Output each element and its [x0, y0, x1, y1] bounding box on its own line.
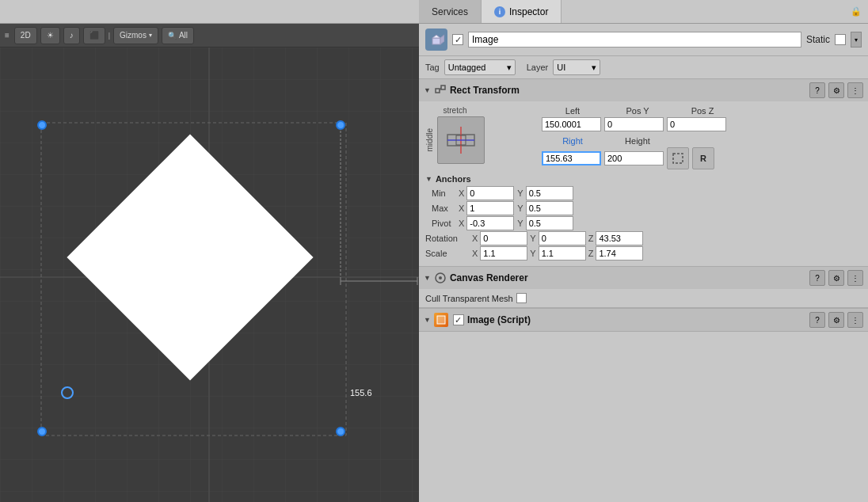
handle-top-right[interactable]	[336, 120, 345, 130]
image-script-settings-btn[interactable]: ⚙	[828, 312, 844, 328]
scale-z-input[interactable]	[596, 246, 643, 261]
tab-bar: Services i Inspector 🔒	[0, 0, 868, 24]
anchors-title: Anchors	[436, 174, 471, 184]
height-input[interactable]	[604, 151, 664, 165]
max-x-group: X	[459, 201, 514, 215]
tab-services[interactable]: Services	[419, 0, 482, 23]
cull-checkbox[interactable]	[516, 293, 527, 303]
all-label: All	[179, 31, 188, 40]
pivot-x-input[interactable]	[466, 216, 514, 230]
lock-icon-area[interactable]: 🔒	[844, 0, 868, 23]
cube-icon	[428, 32, 444, 48]
rect-icon-btn[interactable]	[667, 147, 689, 169]
inspector-tab-label: Inspector	[509, 6, 548, 17]
value-label: 155.6	[350, 388, 372, 397]
rect-transform-more-btn[interactable]: ⋮	[847, 82, 863, 98]
scale-x-axis: X	[472, 249, 478, 258]
scale-z-axis: Z	[588, 249, 594, 258]
static-dropdown-button[interactable]: ▾	[851, 32, 862, 48]
svg-marker-11	[440, 35, 444, 44]
rect-transform-collapse-arrow: ▼	[424, 86, 431, 94]
max-y-label: Y	[517, 203, 523, 213]
scene-toolbar: ≡ 2D ☀ ♪ ⬛ | Gizmos ▾ 🔍 All	[0, 24, 419, 48]
handle-bottom-right[interactable]	[336, 427, 345, 436]
image-script-help-btn[interactable]: ?	[809, 312, 825, 328]
anchor-widget-col: stretch middle	[425, 106, 485, 164]
image-script-title: Image (Script)	[467, 314, 806, 325]
rect-icon-svg	[672, 152, 684, 165]
canvas-renderer-more-btn[interactable]: ⋮	[847, 270, 863, 286]
rot-y-input[interactable]	[539, 231, 586, 245]
min-y-input[interactable]	[526, 186, 573, 200]
image-button[interactable]: ⬛	[83, 27, 105, 44]
scene-canvas: 155.6	[0, 48, 419, 502]
toolbar-menu-icon[interactable]: ≡	[5, 31, 10, 40]
audio-button[interactable]: ♪	[63, 27, 80, 44]
scene-tab-area	[0, 0, 419, 23]
svg-rect-9	[432, 38, 440, 44]
rect-transform-settings-btn[interactable]: ⚙	[828, 82, 844, 98]
svg-rect-3	[41, 123, 346, 435]
handle-bottom-left[interactable]	[37, 427, 47, 436]
canvas-renderer-collapse-arrow: ▼	[424, 274, 431, 282]
fields-values-row1	[491, 117, 862, 131]
anchors-header[interactable]: ▼ Anchors	[425, 173, 862, 185]
canvas-renderer-header[interactable]: ▼ Canvas Renderer ? ⚙ ⋮	[419, 267, 868, 289]
min-label: Min	[432, 188, 455, 198]
object-enabled-checkbox[interactable]: ✓	[452, 34, 463, 45]
tag-select[interactable]: Untagged ▾	[444, 59, 516, 75]
pivot-y-input[interactable]	[526, 216, 573, 230]
layer-select[interactable]: UI ▾	[553, 59, 600, 75]
tag-label: Tag	[425, 63, 440, 72]
pos-y-input[interactable]	[604, 117, 664, 131]
scale-label: Scale	[425, 249, 469, 258]
rot-x-input[interactable]	[480, 231, 527, 245]
anchors-collapse-arrow: ▼	[425, 175, 432, 183]
layer-label: Layer	[527, 63, 549, 72]
all-button[interactable]: 🔍 All	[162, 27, 194, 44]
fields-col: Left Pos Y Pos Z	[491, 106, 862, 169]
sun-button[interactable]: ☀	[40, 27, 60, 44]
image-script-enabled[interactable]: ✓	[453, 314, 464, 325]
scale-x-input[interactable]	[480, 246, 527, 261]
image-script-more-btn[interactable]: ⋮	[847, 312, 863, 328]
svg-rect-22	[437, 316, 445, 324]
min-x-input[interactable]	[466, 186, 514, 200]
audio-icon: ♪	[70, 31, 74, 40]
svg-rect-12	[436, 89, 440, 93]
rect-transform-body: stretch middle	[419, 101, 868, 266]
handle-side-circle[interactable]	[61, 386, 74, 399]
scene-view: ≡ 2D ☀ ♪ ⬛ | Gizmos ▾ 🔍 All	[0, 24, 419, 502]
image-script-header[interactable]: ▼ ✓ Image (Script) ? ⚙ ⋮	[419, 308, 868, 331]
static-checkbox[interactable]	[835, 34, 846, 45]
image-script-collapse-arrow: ▼	[424, 316, 431, 324]
rect-transform-help-btn[interactable]: ?	[809, 82, 825, 98]
anchor-widget-row: stretch middle	[425, 106, 862, 169]
rot-z-input[interactable]	[596, 231, 643, 245]
separator-icon: |	[108, 32, 110, 40]
anchors-min-row: Min X Y	[432, 186, 862, 200]
scale-y-input[interactable]	[539, 246, 586, 261]
svg-rect-13	[441, 86, 445, 89]
handle-top-left[interactable]	[37, 120, 47, 130]
min-x-label: X	[459, 188, 464, 198]
right-input[interactable]	[542, 151, 601, 165]
fields-values-row2: R	[491, 147, 862, 169]
rect-transform-header[interactable]: ▼ Rect Transform ? ⚙ ⋮	[419, 79, 868, 101]
pos-y-col-label: Pos Y	[607, 106, 668, 116]
left-input[interactable]	[542, 117, 601, 131]
height-col-label: Height	[607, 136, 668, 146]
max-x-input[interactable]	[466, 201, 514, 215]
canvas-renderer-help-btn[interactable]: ?	[809, 270, 825, 286]
2d-button[interactable]: 2D	[14, 27, 37, 44]
r-button[interactable]: R	[692, 147, 714, 169]
pos-z-input[interactable]	[667, 117, 726, 131]
anchor-widget[interactable]	[437, 116, 485, 164]
tab-inspector[interactable]: i Inspector	[482, 0, 562, 23]
object-name-field[interactable]	[468, 32, 801, 48]
canvas-renderer-settings-btn[interactable]: ⚙	[828, 270, 844, 286]
main-content: ≡ 2D ☀ ♪ ⬛ | Gizmos ▾ 🔍 All	[0, 24, 868, 502]
max-y-input[interactable]	[526, 201, 573, 215]
anchor-widget-svg	[441, 120, 481, 160]
gizmos-button[interactable]: Gizmos ▾	[113, 27, 158, 44]
